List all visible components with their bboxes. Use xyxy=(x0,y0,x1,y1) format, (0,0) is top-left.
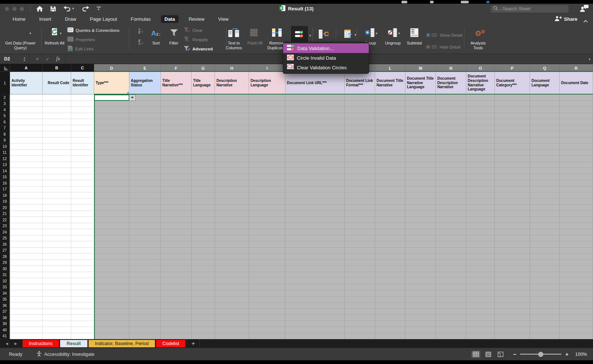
cell-C39[interactable] xyxy=(71,321,94,327)
cell-M34[interactable] xyxy=(405,290,436,297)
column-header-C[interactable]: C xyxy=(71,64,94,72)
row-header-20[interactable]: 20 xyxy=(0,205,10,211)
cell-B19[interactable] xyxy=(43,199,71,205)
cell-E10[interactable] xyxy=(129,143,161,150)
cell-L10[interactable] xyxy=(375,143,405,150)
cell-J8[interactable] xyxy=(285,131,345,138)
cell-Q28[interactable] xyxy=(530,254,560,260)
cell-K38[interactable] xyxy=(345,315,375,321)
cell-Q13[interactable] xyxy=(530,162,560,168)
row-header-31[interactable]: 31 xyxy=(0,272,10,278)
cell-C28[interactable] xyxy=(71,254,94,260)
cell-A26[interactable] xyxy=(10,241,43,248)
cell-Q39[interactable] xyxy=(530,321,560,327)
cell-I29[interactable] xyxy=(249,260,285,266)
cell-B31[interactable] xyxy=(43,272,71,278)
cell-J24[interactable] xyxy=(285,229,345,235)
cell-I31[interactable] xyxy=(249,272,285,278)
cell-A38[interactable] xyxy=(10,315,43,321)
cell-Q31[interactable] xyxy=(530,272,560,278)
cell-E20[interactable] xyxy=(129,205,161,211)
cell-H28[interactable] xyxy=(215,254,249,260)
ribbon-tab-page-layout[interactable]: Page Layout xyxy=(86,15,121,23)
cell-R15[interactable] xyxy=(560,174,593,181)
row-header-29[interactable]: 29 xyxy=(0,260,10,266)
cell-D26[interactable] xyxy=(94,241,129,248)
cell-C8[interactable] xyxy=(71,131,94,138)
cell-F21[interactable] xyxy=(161,211,192,217)
cell-P31[interactable] xyxy=(495,272,530,278)
cell-M5[interactable] xyxy=(405,113,436,119)
what-if-analysis-button[interactable]: ? ▾ xyxy=(339,24,359,42)
cell-N18[interactable] xyxy=(436,192,466,199)
row-header-18[interactable]: 18 xyxy=(0,192,10,199)
cell-R5[interactable] xyxy=(560,113,593,119)
cell-E7[interactable] xyxy=(129,125,161,132)
cell-E35[interactable] xyxy=(129,297,161,303)
cell-N39[interactable] xyxy=(436,321,466,327)
cell-E40[interactable] xyxy=(129,327,161,333)
cell-F16[interactable] xyxy=(161,180,192,186)
cell-N23[interactable] xyxy=(436,223,466,229)
row-header-2[interactable]: 2 xyxy=(0,95,10,101)
cell-J36[interactable] xyxy=(285,302,345,309)
cell-F40[interactable] xyxy=(161,327,192,333)
cell-Q36[interactable] xyxy=(530,302,560,309)
cell-N8[interactable] xyxy=(436,131,466,138)
cell-D24[interactable] xyxy=(94,229,129,235)
search-input[interactable] xyxy=(503,6,558,11)
cell-E39[interactable] xyxy=(129,321,161,327)
cell-E26[interactable] xyxy=(129,241,161,248)
cell-L19[interactable] xyxy=(375,199,405,205)
cell-I11[interactable] xyxy=(249,150,285,156)
cell-G39[interactable] xyxy=(192,321,215,327)
cell-R22[interactable] xyxy=(560,217,593,223)
cell-A18[interactable] xyxy=(10,192,43,199)
cell-N27[interactable] xyxy=(436,248,466,254)
cell-K14[interactable] xyxy=(345,168,375,174)
cell-M22[interactable] xyxy=(405,217,436,223)
cell-R16[interactable] xyxy=(560,180,593,186)
cell-K12[interactable] xyxy=(345,156,375,162)
cell-J32[interactable] xyxy=(285,278,345,284)
cell-L22[interactable] xyxy=(375,217,405,223)
cell-A22[interactable] xyxy=(10,217,43,223)
cell-E38[interactable] xyxy=(129,315,161,321)
cell-M2[interactable] xyxy=(405,95,436,101)
cell-Q16[interactable] xyxy=(530,180,560,186)
cell-L6[interactable] xyxy=(375,119,405,125)
cell-E17[interactable] xyxy=(129,186,161,193)
cell-I33[interactable] xyxy=(249,284,285,291)
cell-J31[interactable] xyxy=(285,272,345,278)
cell-E28[interactable] xyxy=(129,254,161,260)
subtotal-button[interactable]: Subtotal xyxy=(405,24,424,46)
cell-B2[interactable] xyxy=(43,95,71,101)
cell-I23[interactable] xyxy=(249,223,285,229)
cell-K36[interactable] xyxy=(345,302,375,309)
cell-R34[interactable] xyxy=(560,290,593,297)
cell-I20[interactable] xyxy=(249,205,285,211)
cell-B30[interactable] xyxy=(43,266,71,272)
cell-K3[interactable] xyxy=(345,101,375,107)
row-header-37[interactable]: 37 xyxy=(0,309,10,315)
cell-H10[interactable] xyxy=(215,143,249,150)
name-box-stepper[interactable]: ▴▾ xyxy=(24,56,25,62)
cell-G41[interactable] xyxy=(192,333,215,340)
zoom-out-button[interactable]: − xyxy=(513,351,516,357)
sheet-tab-codelist[interactable]: Codelist xyxy=(156,340,185,347)
cell-Q24[interactable] xyxy=(530,229,560,235)
cell-G18[interactable] xyxy=(192,192,215,199)
cell-R41[interactable] xyxy=(560,333,593,340)
row-header-32[interactable]: 32 xyxy=(0,278,10,284)
cell-R11[interactable] xyxy=(560,150,593,156)
cell-N11[interactable] xyxy=(436,150,466,156)
cell-B14[interactable] xyxy=(43,168,71,174)
cell-B37[interactable] xyxy=(43,309,71,315)
zoom-level[interactable]: 100% xyxy=(575,352,587,357)
cell-P30[interactable] xyxy=(495,266,530,272)
cell-I12[interactable] xyxy=(249,156,285,162)
cell-J28[interactable] xyxy=(285,254,345,260)
row-header-5[interactable]: 5 xyxy=(0,113,10,119)
cell-D2[interactable] xyxy=(94,95,129,101)
cell-R38[interactable] xyxy=(560,315,593,321)
